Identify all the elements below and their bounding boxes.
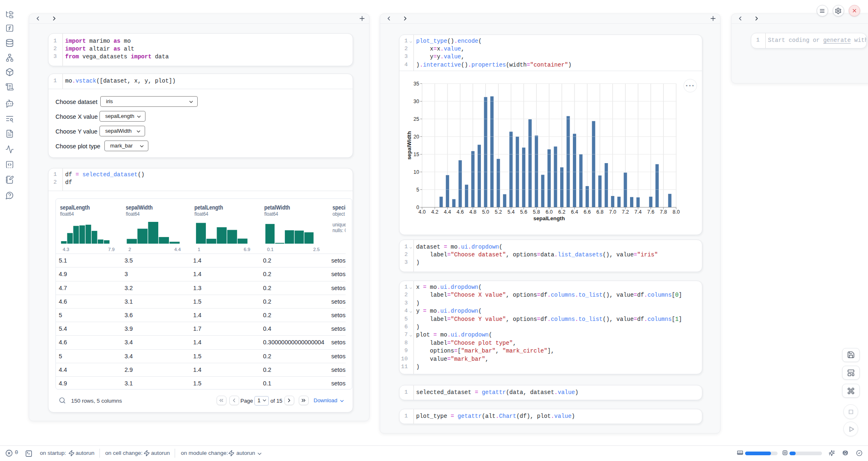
svg-text:4.4: 4.4 <box>444 209 451 215</box>
svg-text:4.6: 4.6 <box>457 209 464 215</box>
svg-text:5.6: 5.6 <box>520 209 527 215</box>
svg-text:5: 5 <box>416 187 419 193</box>
svg-text:6.2: 6.2 <box>558 209 565 215</box>
svg-text:5.4: 5.4 <box>508 209 515 215</box>
svg-text:sepalWidth: sepalWidth <box>406 131 412 159</box>
svg-text:8.0: 8.0 <box>673 209 680 215</box>
svg-text:5.8: 5.8 <box>533 209 540 215</box>
svg-text:7.0: 7.0 <box>609 209 616 215</box>
svg-text:6.9: 6.9 <box>244 247 250 252</box>
svg-text:1: 1 <box>198 247 200 252</box>
svg-text:4.4: 4.4 <box>174 247 181 252</box>
svg-text:2.5: 2.5 <box>313 247 320 252</box>
svg-text:35: 35 <box>413 81 419 87</box>
svg-text:2: 2 <box>128 247 131 252</box>
svg-text:15: 15 <box>413 152 419 157</box>
svg-text:4.0: 4.0 <box>418 209 425 215</box>
svg-text:4.8: 4.8 <box>469 209 476 215</box>
svg-text:5.2: 5.2 <box>495 209 502 215</box>
svg-text:10: 10 <box>413 169 419 175</box>
svg-text:5.0: 5.0 <box>482 209 489 215</box>
svg-text:6.4: 6.4 <box>571 209 578 215</box>
svg-text:4.2: 4.2 <box>431 209 438 215</box>
svg-text:4.3: 4.3 <box>63 247 69 252</box>
svg-text:6.0: 6.0 <box>545 209 552 215</box>
svg-text:7.4: 7.4 <box>635 209 642 215</box>
svg-text:25: 25 <box>413 116 419 122</box>
svg-text:7.6: 7.6 <box>647 209 654 215</box>
svg-text:6.6: 6.6 <box>584 209 591 215</box>
svg-text:sepalLength: sepalLength <box>533 215 565 221</box>
svg-text:7.9: 7.9 <box>108 247 115 252</box>
svg-text:30: 30 <box>413 99 419 104</box>
svg-text:20: 20 <box>413 134 419 140</box>
svg-text:7.2: 7.2 <box>622 209 629 215</box>
svg-text:0.1: 0.1 <box>267 247 274 252</box>
svg-text:6.8: 6.8 <box>596 209 603 215</box>
svg-text:7.8: 7.8 <box>660 209 667 215</box>
